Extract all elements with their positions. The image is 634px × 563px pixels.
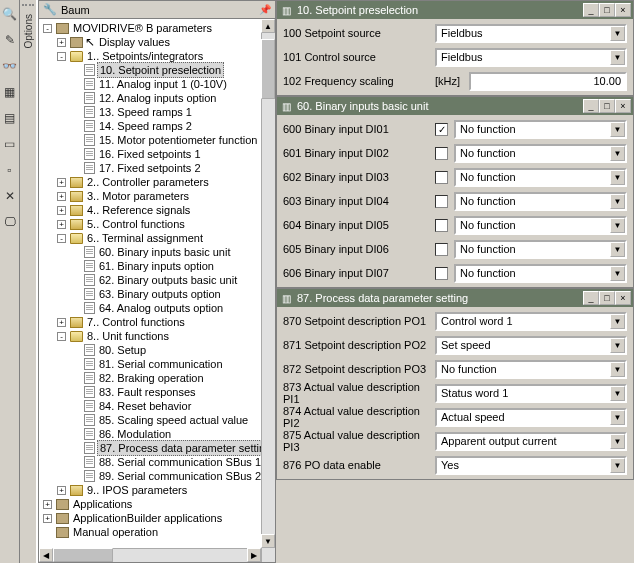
tree-node-label[interactable]: 83. Fault responses xyxy=(97,385,198,399)
tree-node[interactable]: Manual operation xyxy=(43,525,275,539)
tree-node-label[interactable]: Applications xyxy=(71,497,134,511)
param-102-input[interactable]: 10.00 xyxy=(469,72,627,91)
tree-node-label[interactable]: 12. Analog inputs option xyxy=(97,91,218,105)
tree-node-label[interactable]: 81. Serial communication xyxy=(97,357,225,371)
maximize-button[interactable]: □ xyxy=(599,3,615,17)
maximize-button[interactable]: □ xyxy=(599,99,615,113)
tree-node[interactable]: 87. Process data parameter settin xyxy=(71,441,275,455)
expander-icon[interactable]: + xyxy=(57,192,66,201)
tree-node[interactable]: 11. Analog input 1 (0-10V) xyxy=(71,77,275,91)
tree-node-label[interactable]: 14. Speed ramps 2 xyxy=(97,119,194,133)
chevron-down-icon[interactable]: ▼ xyxy=(610,386,625,401)
tree-node[interactable]: 17. Fixed setpoints 2 xyxy=(71,161,275,175)
tree-node[interactable]: 89. Serial communication SBus 2 xyxy=(71,469,275,483)
tree-node[interactable]: 63. Binary outputs option xyxy=(71,287,275,301)
tree-node-label[interactable]: 13. Speed ramps 1 xyxy=(97,105,194,119)
tree-node[interactable]: 15. Motor potentiometer function xyxy=(71,133,275,147)
tree-node-label[interactable]: 8.. Unit functions xyxy=(85,329,171,343)
tree-node-label[interactable]: 89. Serial communication SBus 2 xyxy=(97,469,263,483)
param-603-checkbox[interactable] xyxy=(435,195,448,208)
expander-icon[interactable]: - xyxy=(57,52,66,61)
tree-node[interactable]: 16. Fixed setpoints 1 xyxy=(71,147,275,161)
tree-node-label[interactable]: 3.. Motor parameters xyxy=(85,189,191,203)
expander-icon[interactable]: + xyxy=(57,486,66,495)
chevron-down-icon[interactable]: ▼ xyxy=(610,122,625,137)
tree-node[interactable]: 88. Serial communication SBus 1 xyxy=(71,455,275,469)
scroll-right-button[interactable]: ▶ xyxy=(247,548,261,562)
close-button[interactable]: × xyxy=(615,99,631,113)
tree-node[interactable]: 83. Fault responses xyxy=(71,385,275,399)
tree-node[interactable]: +4.. Reference signals xyxy=(57,203,275,217)
tree-node[interactable]: +3.. Motor parameters xyxy=(57,189,275,203)
tree-node[interactable]: 64. Analog outputs option xyxy=(71,301,275,315)
pin-icon[interactable]: 📌 xyxy=(259,4,271,15)
tree-node[interactable]: 10. Setpoint preselection xyxy=(71,63,275,77)
chevron-down-icon[interactable]: ▼ xyxy=(610,314,625,329)
expander-icon[interactable]: + xyxy=(43,514,52,523)
chevron-down-icon[interactable]: ▼ xyxy=(610,362,625,377)
param-604-checkbox[interactable] xyxy=(435,219,448,232)
param-871-select[interactable]: Set speed▼ xyxy=(435,336,627,355)
tree-node[interactable]: 60. Binary inputs basic unit xyxy=(71,245,275,259)
tree-node[interactable]: +5.. Control functions xyxy=(57,217,275,231)
tree-node-label[interactable]: 64. Analog outputs option xyxy=(97,301,225,315)
tree-node[interactable]: +2.. Controller parameters xyxy=(57,175,275,189)
tree-node[interactable]: -1.. Setpoints/integrators10. Setpoint p… xyxy=(57,49,275,175)
tree-node-label[interactable]: 80. Setup xyxy=(97,343,148,357)
panel10-titlebar[interactable]: ▥ 10. Setpoint preselection _ □ × xyxy=(277,1,633,19)
param-101-select[interactable]: Fieldbus▼ xyxy=(435,48,627,67)
expander-icon[interactable]: + xyxy=(57,220,66,229)
tree-node-label[interactable]: 63. Binary outputs option xyxy=(97,287,223,301)
tree-node-label[interactable]: Manual operation xyxy=(71,525,160,539)
tree-node-label[interactable]: 87. Process data parameter settin xyxy=(97,440,268,456)
param-604-select[interactable]: No function▼ xyxy=(454,216,627,235)
chevron-down-icon[interactable]: ▼ xyxy=(610,266,625,281)
cancel-icon[interactable]: ✕ xyxy=(2,188,18,204)
param-601-checkbox[interactable] xyxy=(435,147,448,160)
close-button[interactable]: × xyxy=(615,3,631,17)
param-606-checkbox[interactable] xyxy=(435,267,448,280)
param-875-select[interactable]: Apparent output current▼ xyxy=(435,432,627,451)
panel60-titlebar[interactable]: ▥ 60. Binary inputs basic unit _ □ × xyxy=(277,97,633,115)
tree-node[interactable]: 13. Speed ramps 1 xyxy=(71,105,275,119)
tree-node[interactable]: 85. Scaling speed actual value xyxy=(71,413,275,427)
grid1-icon[interactable]: ▦ xyxy=(2,84,18,100)
tree-node-label[interactable]: 88. Serial communication SBus 1 xyxy=(97,455,263,469)
param-603-select[interactable]: No function▼ xyxy=(454,192,627,211)
param-600-select[interactable]: No function▼ xyxy=(454,120,627,139)
scroll-up-button[interactable]: ▲ xyxy=(261,19,275,33)
param-870-select[interactable]: Control word 1▼ xyxy=(435,312,627,331)
eyedrop-icon[interactable]: ✎ xyxy=(2,32,18,48)
window-icon[interactable]: ▭ xyxy=(2,136,18,152)
chevron-down-icon[interactable]: ▼ xyxy=(610,218,625,233)
tree-node[interactable]: +9.. IPOS parameters xyxy=(57,483,275,497)
expander-icon[interactable]: + xyxy=(57,178,66,187)
chevron-down-icon[interactable]: ▼ xyxy=(610,170,625,185)
param-602-checkbox[interactable] xyxy=(435,171,448,184)
maximize-button[interactable]: □ xyxy=(599,291,615,305)
tree-node-label[interactable]: 2.. Controller parameters xyxy=(85,175,211,189)
tree-node-label[interactable]: 9.. IPOS parameters xyxy=(85,483,189,497)
tree-node-label[interactable]: 6.. Terminal assignment xyxy=(85,231,205,245)
tree-node-label[interactable]: 62. Binary outputs basic unit xyxy=(97,273,239,287)
tree-node-label[interactable]: 10. Setpoint preselection xyxy=(97,62,224,78)
parameter-tree[interactable]: -MOVIDRIVE® B parameters+Display values-… xyxy=(39,19,275,541)
expander-icon[interactable]: - xyxy=(57,332,66,341)
tree-node[interactable]: 86. Modulation xyxy=(71,427,275,441)
tree-node[interactable]: 81. Serial communication xyxy=(71,357,275,371)
chevron-down-icon[interactable]: ▼ xyxy=(610,194,625,209)
tree-node[interactable]: 61. Binary inputs option xyxy=(71,259,275,273)
tree-node[interactable]: +Display values xyxy=(57,35,275,49)
tree-node-label[interactable]: 15. Motor potentiometer function xyxy=(97,133,259,147)
tree-node[interactable]: 84. Reset behavior xyxy=(71,399,275,413)
search-icon[interactable]: 🔍 xyxy=(2,6,18,22)
chevron-down-icon[interactable]: ▼ xyxy=(610,242,625,257)
scroll-left-button[interactable]: ◀ xyxy=(39,548,53,562)
param-606-select[interactable]: No function▼ xyxy=(454,264,627,283)
tree-node-label[interactable]: 82. Braking operation xyxy=(97,371,206,385)
tree-node[interactable]: 62. Binary outputs basic unit xyxy=(71,273,275,287)
v-scrollbar[interactable] xyxy=(261,19,275,562)
tree-node-label[interactable]: 7.. Control functions xyxy=(85,315,187,329)
chevron-down-icon[interactable]: ▼ xyxy=(610,434,625,449)
binoculars-icon[interactable]: 👓 xyxy=(2,58,18,74)
